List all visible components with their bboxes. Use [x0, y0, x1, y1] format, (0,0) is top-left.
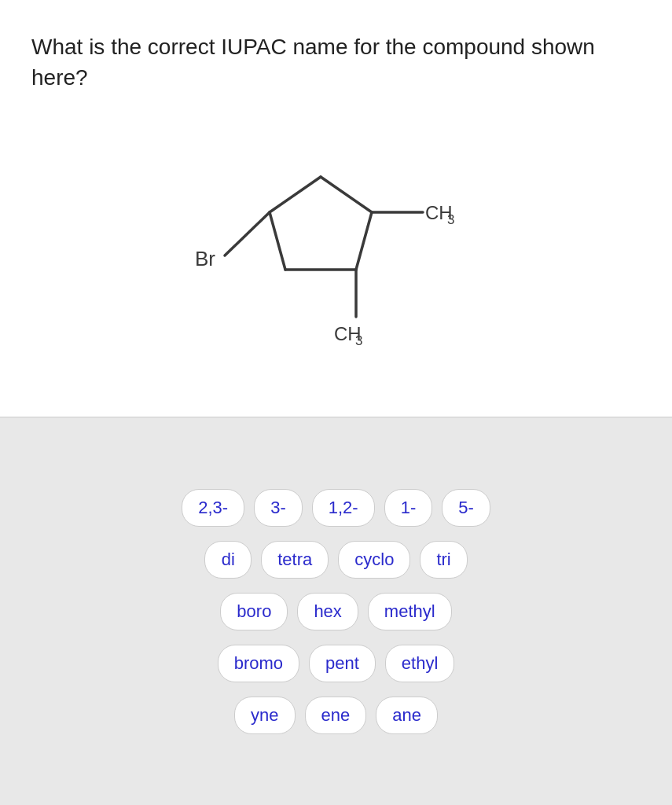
btn-boro[interactable]: boro	[220, 593, 288, 630]
bottom-section: 2,3- 3- 1,2- 1- 5- di tetra cyclo tri bo…	[0, 417, 672, 805]
molecule-container: Br CH 3 CH 3	[31, 116, 641, 391]
btn-di[interactable]: di	[204, 541, 252, 579]
btn-cyclo[interactable]: cyclo	[338, 541, 410, 579]
question-text: What is the correct IUPAC name for the c…	[31, 31, 641, 93]
molecule-svg: Br CH 3 CH 3	[171, 128, 501, 380]
ch3-right-sub: 3	[447, 212, 454, 227]
svg-line-1	[356, 212, 372, 270]
button-row-3: boro hex methyl	[220, 593, 451, 630]
btn-3[interactable]: 3-	[254, 489, 303, 527]
button-row-2: di tetra cyclo tri	[204, 541, 467, 579]
svg-line-4	[270, 177, 321, 212]
btn-ene[interactable]: ene	[305, 697, 367, 734]
svg-line-5	[225, 212, 270, 255]
btn-1-2[interactable]: 1,2-	[312, 489, 375, 527]
btn-1[interactable]: 1-	[384, 489, 433, 527]
button-row-5: yne ene ane	[234, 697, 438, 734]
btn-bromo[interactable]: bromo	[218, 645, 299, 682]
svg-line-3	[270, 212, 285, 270]
btn-tri[interactable]: tri	[420, 541, 467, 579]
ch3-bottom-sub: 3	[355, 333, 362, 348]
btn-ane[interactable]: ane	[376, 697, 438, 734]
button-row-1: 2,3- 3- 1,2- 1- 5-	[182, 489, 490, 527]
btn-ethyl[interactable]: ethyl	[385, 645, 454, 682]
btn-methyl[interactable]: methyl	[368, 593, 452, 630]
btn-tetra[interactable]: tetra	[261, 541, 329, 579]
br-label: Br	[195, 247, 215, 270]
btn-5[interactable]: 5-	[442, 489, 490, 527]
btn-hex[interactable]: hex	[297, 593, 358, 630]
btn-pent[interactable]: pent	[309, 645, 376, 682]
svg-line-0	[321, 177, 372, 212]
btn-2-3[interactable]: 2,3-	[182, 489, 244, 527]
top-section: What is the correct IUPAC name for the c…	[0, 0, 672, 417]
button-row-4: bromo pent ethyl	[218, 645, 455, 682]
btn-yne[interactable]: yne	[234, 697, 295, 734]
